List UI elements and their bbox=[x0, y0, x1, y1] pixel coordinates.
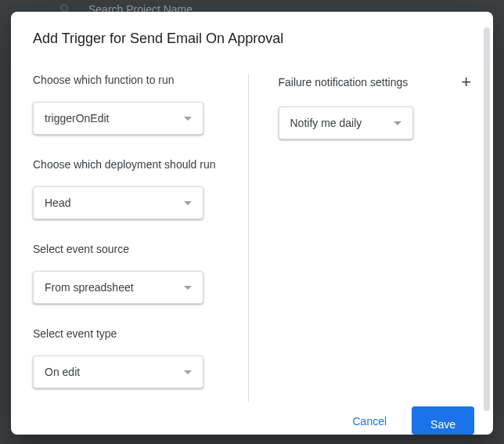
save-button[interactable]: Save bbox=[412, 406, 474, 435]
failure-notification-value: Notify me daily bbox=[290, 117, 362, 129]
function-field-group: Choose which function to run triggerOnEd… bbox=[33, 74, 226, 135]
function-value: triggerOnEdit bbox=[45, 112, 109, 125]
dialog-body: Choose which function to run triggerOnEd… bbox=[11, 50, 493, 402]
deployment-field-group: Choose which deployment should run Head bbox=[33, 158, 226, 219]
event-source-value: From spreadsheet bbox=[45, 281, 134, 294]
failure-notification-field-group: Failure notification settings + Notify m… bbox=[279, 74, 472, 139]
cancel-button[interactable]: Cancel bbox=[346, 409, 393, 434]
chevron-down-icon bbox=[394, 121, 401, 125]
event-type-field-group: Select event type On edit bbox=[33, 327, 226, 388]
chevron-down-icon bbox=[184, 201, 192, 205]
failure-notification-header: Failure notification settings + bbox=[279, 74, 472, 91]
event-type-label: Select event type bbox=[33, 327, 226, 340]
add-trigger-dialog: Add Trigger for Send Email On Approval C… bbox=[11, 12, 493, 435]
chevron-down-icon bbox=[184, 117, 192, 121]
dialog-footer: Cancel Save bbox=[11, 402, 493, 435]
right-column: Failure notification settings + Notify m… bbox=[249, 74, 486, 402]
function-dropdown[interactable]: triggerOnEdit bbox=[33, 102, 203, 135]
failure-notification-label: Failure notification settings bbox=[279, 76, 409, 88]
deployment-dropdown[interactable]: Head bbox=[33, 186, 203, 219]
deployment-label: Choose which deployment should run bbox=[33, 158, 226, 171]
event-type-dropdown[interactable]: On edit bbox=[33, 356, 203, 388]
chevron-down-icon bbox=[184, 370, 192, 374]
function-label: Choose which function to run bbox=[33, 74, 226, 86]
deployment-value: Head bbox=[45, 197, 70, 209]
event-type-value: On edit bbox=[45, 366, 80, 378]
failure-notification-dropdown[interactable]: Notify me daily bbox=[279, 106, 413, 139]
dialog-scrollbar[interactable] bbox=[484, 27, 490, 411]
event-source-field-group: Select event source From spreadsheet bbox=[33, 243, 226, 304]
left-column: Choose which function to run triggerOnEd… bbox=[33, 74, 249, 402]
add-notification-icon[interactable]: + bbox=[461, 74, 471, 91]
dialog-title: Add Trigger for Send Email On Approval bbox=[11, 12, 493, 50]
event-source-dropdown[interactable]: From spreadsheet bbox=[33, 271, 203, 304]
chevron-down-icon bbox=[184, 286, 192, 290]
event-source-label: Select event source bbox=[33, 243, 226, 255]
